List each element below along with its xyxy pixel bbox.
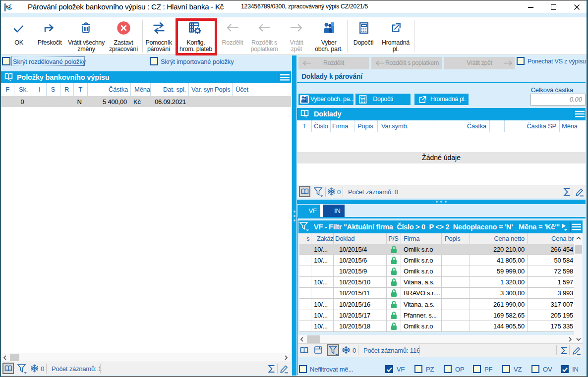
svg-text:K2: K2 — [6, 4, 10, 9]
